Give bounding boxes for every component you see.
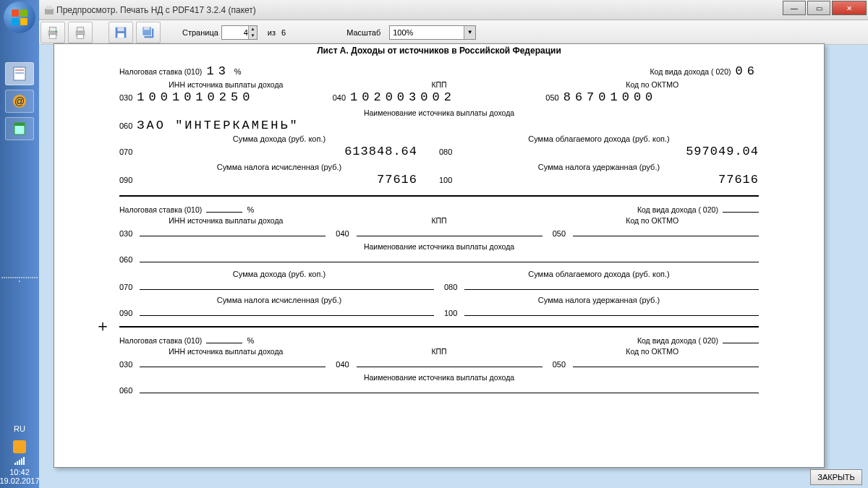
start-button[interactable] (4, 1, 35, 33)
windows-icon (10, 8, 29, 27)
svg-rect-0 (12, 9, 19, 17)
code-090: 090 (119, 176, 132, 184)
svg-point-16 (55, 30, 56, 32)
close-preview-button[interactable]: ЗАКРЫТЬ (810, 469, 862, 485)
svg-rect-3 (20, 18, 27, 25)
s3-code-060: 060 (119, 386, 132, 395)
at-icon: @ (11, 93, 28, 110)
h-070: Сумма дохода (руб. коп.) (119, 134, 439, 143)
s3-h-oktmo: Код по ОКТМО (545, 347, 759, 356)
page-spin-up[interactable]: ▲ (248, 26, 257, 33)
printer-icon (45, 25, 61, 40)
document-page: Лист А. Доходы от источников в Российско… (54, 43, 825, 468)
s3-blank-030 (140, 357, 326, 367)
svg-rect-19 (77, 34, 83, 38)
page-total-prefix: из (268, 28, 276, 37)
page-number-input[interactable]: 4 ▲▼ (221, 25, 258, 40)
s2-blank-060 (140, 252, 759, 262)
svg-text:@: @ (14, 95, 25, 107)
s3-h-inn: ИНН источника выплаты дохода (119, 347, 333, 356)
toolbar: Страница 4 ▲▼ из 6 Масштаб 100% ▼ (0, 20, 868, 45)
page-spin-down[interactable]: ▼ (248, 33, 257, 39)
s2-income-code-blank (723, 204, 759, 213)
s2-h-oktmo: Код по ОКТМО (545, 216, 759, 225)
s2-code-060: 060 (119, 255, 132, 264)
task-app-1[interactable] (5, 62, 34, 85)
titlebar: Предпросмотр. Печать НД с PDF417 3.2.4 (… (0, 0, 868, 20)
page-label: Страница (182, 28, 218, 37)
save-button[interactable] (109, 22, 133, 43)
s2-h-inn: ИНН источника выплаты дохода (119, 216, 333, 225)
s3-pct: % (247, 336, 254, 345)
s3-rate-blank (206, 335, 242, 343)
printer-fast-icon (72, 25, 88, 40)
save-all-button[interactable] (136, 22, 161, 43)
val-050: 86701000 (563, 90, 658, 104)
quick-print-button[interactable] (68, 22, 93, 43)
s2-income-code-label: Код вида дохода ( 020) (637, 205, 718, 214)
s2-blank-100 (464, 306, 759, 316)
s3-income-code-blank (723, 335, 759, 343)
h-090: Сумма налога исчисленная (руб.) (119, 163, 439, 171)
s2-name-label: Наименование источника выплаты дохода (119, 242, 759, 251)
clock-time[interactable]: 10:42 (9, 468, 30, 476)
code-100: 100 (439, 176, 452, 184)
h-080: Сумма облагаемого дохода (руб. коп.) (439, 134, 759, 143)
s2-blank-030 (140, 226, 326, 236)
rate-label: Налоговая ставка (010) (119, 67, 202, 76)
s3-income-code-label: Код вида дохода ( 020) (637, 336, 718, 345)
maximize-button[interactable]: ▭ (807, 1, 830, 15)
s2-code-080: 080 (444, 283, 457, 291)
s2-blank-040 (357, 226, 542, 236)
s2-h-080: Сумма облагаемого дохода (руб. коп.) (439, 270, 759, 278)
s2-h-090: Сумма налога исчисленная (руб.) (119, 296, 439, 304)
s2-blank-080 (464, 280, 759, 290)
s2-code-030: 030 (119, 229, 132, 238)
s2-h-070: Сумма дохода (руб. коп.) (119, 270, 439, 278)
code-060: 060 (119, 121, 132, 130)
s3-blank-050 (573, 357, 759, 367)
minimize-button[interactable]: — (783, 1, 806, 15)
code-030: 030 (119, 93, 132, 102)
s3-blank-040 (357, 357, 542, 367)
h-inn: ИНН источника выплаты дохода (119, 80, 333, 89)
zoom-select[interactable]: 100% ▼ (389, 25, 476, 40)
svg-rect-14 (49, 27, 56, 31)
svg-rect-21 (117, 27, 124, 31)
zoom-value: 100% (393, 28, 413, 37)
zoom-label: Масштаб (346, 28, 380, 37)
val-030: 1001010250 (137, 90, 254, 104)
svg-rect-6 (15, 72, 24, 74)
task-app-2[interactable]: @ (5, 90, 34, 113)
chevron-down-icon[interactable]: ▼ (464, 26, 475, 39)
print-button[interactable] (41, 22, 65, 43)
language-indicator[interactable]: RU (0, 421, 39, 436)
network-icon[interactable] (11, 456, 28, 465)
clock-date[interactable]: 19.02.2017 (0, 476, 40, 488)
section-divider-2 (119, 326, 759, 328)
task-app-3[interactable] (5, 117, 34, 140)
svg-rect-5 (15, 69, 24, 71)
tray-icon-1[interactable] (13, 440, 26, 453)
sheet-title: Лист А. Доходы от источников в Российско… (119, 46, 759, 56)
floppy-icon (113, 25, 129, 40)
close-button[interactable]: ✕ (832, 1, 867, 15)
h-kpp: КПП (333, 80, 546, 89)
s3-code-050: 050 (553, 360, 566, 369)
app-icon (43, 4, 55, 16)
s2-pct: % (247, 205, 254, 214)
s3-blank-060 (140, 383, 759, 393)
s3-code-030: 030 (119, 360, 132, 369)
page-icon (11, 120, 28, 137)
val-090: 77616 (377, 173, 439, 187)
tray-handle[interactable] (1, 277, 38, 284)
floppy-multi-icon (140, 25, 156, 40)
income-code-label: Код вида дохода ( 020) (650, 67, 731, 76)
name-label: Наименование источника выплаты дохода (119, 108, 759, 117)
svg-rect-2 (12, 18, 19, 25)
val-070: 613848.64 (344, 145, 439, 158)
code-050: 050 (545, 93, 558, 102)
s2-blank-070 (140, 280, 434, 290)
code-040: 040 (333, 93, 346, 102)
s2-code-040: 040 (336, 229, 349, 238)
